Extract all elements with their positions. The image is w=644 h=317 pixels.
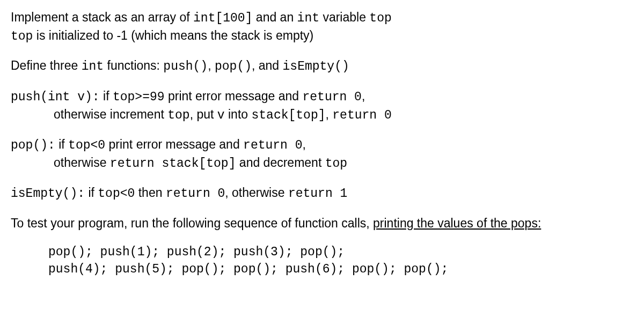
code-cond: top>=99 (113, 90, 165, 104)
code-return-stack: return stack[top] (110, 157, 236, 171)
text: and an (252, 10, 297, 24)
paragraph-3: push(int v): if top>=99 print error mess… (11, 87, 633, 124)
text: if (55, 137, 68, 151)
text: , (303, 137, 306, 151)
text: if (100, 89, 113, 103)
text: otherwise increment (54, 107, 167, 121)
code-return1: return 1 (288, 187, 347, 201)
code-isempty: isEmpty() (283, 60, 349, 73)
text: Define three (11, 58, 82, 72)
text: To test your program, run the following … (11, 216, 373, 230)
text: is initialized to -1 (which means the st… (33, 28, 313, 42)
line-1: push(int v): if top>=99 print error mess… (11, 87, 633, 106)
text: , otherwise (225, 186, 288, 200)
code-cond: top<0 (68, 138, 105, 152)
code-stacktop: stack[top] (251, 108, 325, 122)
code-pop: pop() (215, 60, 252, 73)
code-top: top (325, 157, 347, 171)
text: Implement a stack as an array of (11, 10, 193, 24)
paragraph-5: isEmpty(): if top<0 then return 0, other… (11, 184, 633, 202)
text: then (135, 186, 166, 200)
code-push-sig: push(int v): (11, 90, 100, 104)
code-return: return 0 (332, 108, 391, 122)
paragraph-2: Define three int functions: push(), pop(… (11, 57, 633, 75)
text: , (208, 58, 215, 72)
code-line-1: pop(); push(1); push(2); push(3); pop(); (48, 244, 633, 261)
code-block: pop(); push(1); push(2); push(3); pop();… (11, 244, 633, 278)
text: , (326, 107, 333, 121)
paragraph-1: Implement a stack as an array of int[100… (11, 9, 633, 45)
text: print error message and (105, 137, 243, 151)
text: , and (252, 58, 283, 72)
code-isempty-sig: isEmpty(): (11, 187, 85, 201)
text: print error message and (165, 89, 303, 103)
paragraph-4: pop(): if top<0 print error message and … (11, 136, 633, 172)
underlined-text: printing the values of the pops: (373, 216, 541, 230)
code-top: top (11, 30, 33, 43)
code-int: int (297, 11, 319, 25)
line-2: otherwise increment top, put v into stac… (11, 106, 633, 124)
code-top: top (167, 108, 189, 122)
text: variable (319, 10, 369, 24)
line-1: Implement a stack as an array of int[100… (11, 9, 633, 27)
text: , put (190, 107, 217, 121)
line-2: otherwise return stack[top] and decremen… (11, 154, 633, 172)
text: functions: (104, 58, 163, 72)
code-cond: top<0 (98, 187, 135, 201)
paragraph-6: To test your program, run the following … (11, 215, 633, 232)
code-return: return 0 (243, 138, 302, 152)
code-return0: return 0 (166, 187, 225, 201)
text: and decrement (236, 156, 325, 169)
text: if (85, 186, 98, 200)
text: into (225, 107, 252, 121)
code-line-2: push(4); push(5); pop(); pop(); push(6);… (48, 261, 633, 278)
code-push: push() (163, 60, 208, 73)
code-v: v (217, 108, 225, 122)
code-pop-sig: pop(): (11, 138, 55, 152)
code-int-array: int[100] (193, 11, 252, 25)
line-2: top is initialized to -1 (which means th… (11, 27, 633, 45)
code-int: int (82, 60, 104, 73)
line-1: pop(): if top<0 print error message and … (11, 136, 633, 154)
text: otherwise (54, 156, 110, 169)
text: , (362, 89, 365, 103)
code-top: top (369, 11, 391, 25)
code-return: return 0 (303, 90, 362, 104)
